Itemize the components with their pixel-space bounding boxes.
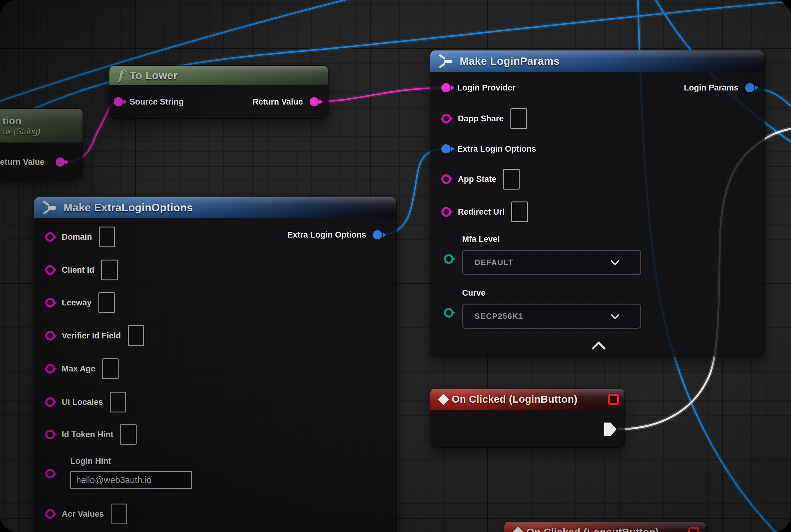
node-header[interactable]: On Clicked (LoginButton) bbox=[430, 388, 624, 410]
string-output-pin[interactable] bbox=[56, 157, 65, 167]
string-input-pin[interactable] bbox=[45, 331, 55, 341]
pin-label: Client Id bbox=[62, 265, 94, 275]
string-input-pin[interactable] bbox=[45, 298, 55, 308]
chevron-down-icon bbox=[611, 256, 620, 266]
pin-label: Redirect Url bbox=[458, 207, 505, 217]
pin-label: Verifier Id Field bbox=[62, 331, 121, 341]
value-box[interactable] bbox=[503, 169, 520, 190]
login-hint-input[interactable] bbox=[70, 471, 192, 489]
exec-output-pin[interactable] bbox=[604, 422, 616, 436]
value-box[interactable] bbox=[512, 202, 528, 222]
blueprint-editor: tion ox (String) eturn Value ƒ To Lower … bbox=[0, 0, 791, 532]
pin-row-login-params-out: Login Params bbox=[684, 77, 754, 99]
curve-value: SECP256K1 bbox=[463, 312, 524, 321]
collapse-node-chevron[interactable] bbox=[592, 341, 606, 356]
pin-label: App State bbox=[458, 175, 496, 184]
pin-row-return-value: eturn Value bbox=[0, 151, 65, 173]
value-box[interactable] bbox=[99, 227, 115, 247]
value-box[interactable] bbox=[98, 292, 115, 313]
pin-row-client-id: Client Id bbox=[45, 259, 118, 281]
string-input-pin[interactable] bbox=[441, 114, 451, 124]
node-make-login-params[interactable]: Make LoginParams Login Provider Dapp Sha… bbox=[430, 51, 764, 356]
struct-output-pin[interactable] bbox=[745, 83, 754, 92]
string-input-pin[interactable] bbox=[441, 207, 451, 217]
login-hint-label: Login Hint bbox=[70, 456, 111, 466]
pin-label: Login Params bbox=[684, 83, 738, 93]
node-header[interactable]: ƒ To Lower bbox=[110, 66, 328, 85]
pin-label: Extra Login Options bbox=[287, 230, 366, 240]
mfa-level-dropdown[interactable]: DEFAULT bbox=[462, 250, 641, 275]
node-title: Make ExtraLoginOptions bbox=[63, 202, 193, 214]
string-input-pin[interactable] bbox=[45, 509, 55, 519]
bound-event-icon[interactable] bbox=[608, 394, 619, 405]
node-subtitle: ox (String) bbox=[2, 127, 41, 136]
wire-pink-tolower-to-loginprovider bbox=[310, 88, 446, 102]
string-input-pin[interactable] bbox=[45, 397, 55, 407]
string-input-pin[interactable] bbox=[114, 97, 123, 107]
node-text-function-partial[interactable]: tion ox (String) eturn Value bbox=[0, 109, 82, 178]
struct-output-pin[interactable] bbox=[373, 230, 382, 240]
pin-row-acr-values: Acr Values bbox=[45, 503, 127, 525]
pin-label: Login Provider bbox=[457, 83, 516, 93]
struct-input-pin[interactable] bbox=[441, 144, 450, 153]
string-input-pin[interactable] bbox=[45, 232, 55, 242]
event-diamond-icon bbox=[438, 394, 449, 405]
mfa-level-label: Mfa Level bbox=[462, 234, 500, 244]
value-box[interactable] bbox=[102, 358, 119, 379]
node-on-clicked-logout-button[interactable]: On Clicked (LogoutButton) bbox=[504, 521, 706, 532]
string-input-pin[interactable] bbox=[45, 364, 55, 374]
node-to-lower[interactable]: ƒ To Lower Source String Return Value bbox=[110, 66, 328, 118]
node-header[interactable]: Make LoginParams bbox=[430, 51, 764, 72]
value-box[interactable] bbox=[120, 424, 137, 445]
pin-row-domain: Domain bbox=[45, 226, 115, 248]
pin-label: Return Value bbox=[252, 97, 303, 107]
value-box[interactable] bbox=[510, 108, 527, 129]
curve-dropdown[interactable]: SECP256K1 bbox=[462, 304, 641, 329]
pin-row-verifier-id-field: Verifier Id Field bbox=[45, 325, 144, 347]
pin-row-return-value: Return Value bbox=[252, 91, 319, 113]
pin-label: Dapp Share bbox=[458, 114, 504, 124]
event-diamond-icon bbox=[513, 527, 524, 532]
pin-row-extra-login-options-out: Extra Login Options bbox=[287, 224, 382, 246]
node-header[interactable]: tion ox (String) bbox=[0, 109, 82, 142]
pin-row-id-token-hint: Id Token Hint bbox=[45, 423, 137, 445]
node-title: tion bbox=[2, 115, 21, 127]
value-box[interactable] bbox=[128, 325, 144, 346]
string-output-pin[interactable] bbox=[310, 97, 319, 107]
node-header[interactable]: Make ExtraLoginOptions bbox=[34, 197, 396, 218]
node-header[interactable]: On Clicked (LogoutButton) bbox=[504, 521, 706, 532]
string-input-pin[interactable] bbox=[45, 469, 55, 478]
function-icon: ƒ bbox=[117, 68, 123, 83]
value-box[interactable] bbox=[101, 260, 118, 280]
value-box[interactable] bbox=[111, 504, 127, 524]
string-input-pin[interactable] bbox=[45, 430, 55, 439]
pin-row-ui-locales: Ui Locales bbox=[45, 391, 126, 413]
bound-event-icon[interactable] bbox=[688, 527, 699, 532]
make-struct-icon bbox=[438, 54, 454, 68]
pin-row-extra-login-options-in: Extra Login Options bbox=[441, 138, 536, 160]
mfa-level-value: DEFAULT bbox=[463, 258, 514, 267]
pin-label: Extra Login Options bbox=[457, 144, 536, 154]
pin-row-max-age: Max Age bbox=[45, 358, 119, 380]
node-title: To Lower bbox=[130, 70, 178, 82]
pin-label: Ui Locales bbox=[62, 397, 103, 407]
node-title: On Clicked (LoginButton) bbox=[452, 394, 578, 405]
pin-label: Leeway bbox=[62, 298, 92, 308]
pin-label: Source String bbox=[130, 97, 184, 107]
pin-label: Acr Values bbox=[62, 509, 104, 519]
pin-row-leeway: Leeway bbox=[45, 292, 115, 314]
graph-canvas[interactable]: tion ox (String) eturn Value ƒ To Lower … bbox=[0, 0, 791, 532]
enum-input-pin[interactable] bbox=[444, 254, 454, 264]
pin-row-source-string: Source String bbox=[114, 91, 184, 113]
string-input-pin[interactable] bbox=[441, 174, 451, 184]
string-input-pin[interactable] bbox=[441, 83, 450, 92]
pin-row-redirect-url: Redirect Url bbox=[441, 201, 528, 223]
node-title: Make LoginParams bbox=[460, 55, 560, 67]
value-box[interactable] bbox=[110, 392, 126, 413]
node-on-clicked-login-button[interactable]: On Clicked (LoginButton) bbox=[430, 388, 624, 447]
enum-input-pin[interactable] bbox=[444, 308, 454, 318]
pin-row-app-state: App State bbox=[441, 168, 520, 190]
pin-label: Domain bbox=[62, 232, 92, 242]
string-input-pin[interactable] bbox=[45, 265, 55, 275]
node-make-extra-login-options[interactable]: Make ExtraLoginOptions Domain Client Id … bbox=[34, 197, 396, 532]
